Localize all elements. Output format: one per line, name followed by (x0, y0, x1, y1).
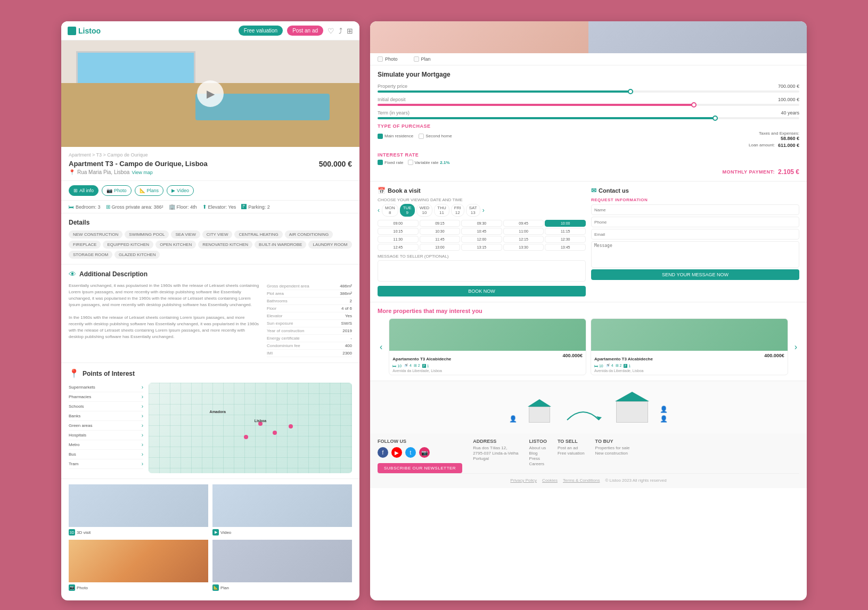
time-1345[interactable]: 13:45 (545, 244, 586, 251)
seller-message-input[interactable] (378, 260, 586, 282)
time-0930[interactable]: 09:30 (461, 220, 502, 227)
poi-metro[interactable]: Metro › (69, 440, 143, 450)
tabs-row: ⊞ All info 📷 Photo 📐 Plans ▶ Video (61, 181, 359, 201)
poi-green-areas[interactable]: Green areas › (69, 421, 143, 431)
prop-card-0[interactable]: Apartamento T3 Alcabideche 400.000€ 🛏 10… (389, 318, 586, 375)
time-1000[interactable]: 10:00 (545, 220, 586, 227)
book-now-button[interactable]: BOOK NOW (378, 286, 586, 296)
time-1045[interactable]: 10:45 (461, 228, 502, 235)
view-map-link[interactable]: View map (132, 170, 152, 175)
media-plan[interactable]: 📐 Plan (212, 540, 352, 591)
term-track[interactable] (378, 117, 799, 119)
poi-schools[interactable]: Schools › (69, 402, 143, 411)
poi-tram[interactable]: Tram › (69, 459, 143, 469)
send-message-button[interactable]: SEND YOUR MESSAGE NOW (591, 269, 799, 280)
tab-plans[interactable]: 📐 Plans (135, 185, 164, 196)
poi-pharmacies[interactable]: Pharmacies › (69, 392, 143, 402)
prop-card-1[interactable]: Apartamento T3 Alcabideche 400.000€ 🛏 10… (591, 318, 788, 375)
media-grid: 3D 3D visit ▶ Video (69, 484, 352, 535)
next-date-arrow[interactable]: › (482, 207, 485, 214)
newsletter-button[interactable]: SUBSCRIBE OUR NEWSLETTER (378, 463, 462, 473)
share-icon[interactable]: ⤴ (339, 27, 342, 35)
photo-text: Photo (77, 586, 88, 590)
date-chip-4[interactable]: FRI12 (451, 204, 464, 217)
time-0900[interactable]: 09:00 (378, 220, 419, 227)
post-ad-button[interactable]: Post an ad (287, 26, 323, 36)
heart-icon[interactable]: ♡ (327, 27, 334, 35)
poi-bus[interactable]: Bus › (69, 450, 143, 459)
tab-video[interactable]: ▶ Video (167, 185, 194, 196)
time-1230[interactable]: 12:30 (545, 236, 586, 243)
contact-name-input[interactable] (591, 204, 799, 215)
calendar-icon: 📅 (378, 187, 386, 194)
time-1145[interactable]: 11:45 (420, 236, 461, 243)
buy-new[interactable]: New construction (595, 451, 630, 456)
poi-banks[interactable]: Banks › (69, 411, 143, 421)
media-photo[interactable]: 📷 Photo (69, 540, 208, 591)
date-chip-3[interactable]: THU11 (434, 204, 449, 217)
media-3d-visit[interactable]: 3D 3D visit (69, 484, 208, 535)
tab-video-label: Video (177, 188, 189, 193)
prop-feat-area: ⊞ 2 (414, 364, 420, 368)
buy-sale[interactable]: Properties for sale (595, 446, 630, 450)
tab-all-info[interactable]: ⊞ All info (69, 185, 99, 196)
poi-hospitals[interactable]: Hospitals › (69, 431, 143, 440)
time-1130[interactable]: 11:30 (378, 236, 419, 243)
tab-photo[interactable]: 📷 Photo (102, 185, 132, 196)
date-chip-5[interactable]: SAT13 (466, 204, 480, 217)
visit-section: 📅 Book a visit CHOOSE YOUR VIEWING DATE … (378, 187, 586, 296)
photo-label-plan[interactable]: Plan (414, 56, 431, 62)
time-1030[interactable]: 10:30 (420, 228, 461, 235)
contact-phone-input[interactable] (591, 217, 799, 227)
term-thumb[interactable] (713, 116, 718, 121)
details-title: Details (69, 219, 352, 226)
twitter-icon[interactable]: t (405, 447, 416, 458)
time-1100[interactable]: 11:00 (503, 228, 544, 235)
time-1200[interactable]: 12:00 (461, 236, 502, 243)
property-price-track[interactable] (378, 90, 799, 93)
fixed-rate-option[interactable]: Fixed rate (378, 160, 404, 165)
sell-post[interactable]: Post an ad (558, 446, 585, 450)
second-home-option[interactable]: Second home (419, 134, 452, 139)
cookies-link[interactable]: Cookies (542, 478, 558, 483)
youtube-icon[interactable]: ▶ (391, 447, 402, 458)
poi-tram-label: Tram (69, 461, 78, 466)
time-1215[interactable]: 12:15 (503, 236, 544, 243)
carousel-next[interactable]: › (792, 340, 799, 354)
time-1115[interactable]: 11:15 (545, 228, 586, 235)
property-price-thumb[interactable] (628, 89, 633, 94)
listoo-press[interactable]: Press (529, 456, 547, 461)
contact-email-input[interactable] (591, 229, 799, 240)
listoo-about[interactable]: About us (529, 446, 547, 450)
date-chip-1[interactable]: TUE9 (400, 204, 415, 217)
time-1300[interactable]: 13:00 (420, 244, 461, 251)
prev-date-arrow[interactable]: ‹ (378, 207, 380, 214)
contact-message-input[interactable] (591, 241, 799, 268)
time-1015[interactable]: 10:15 (378, 228, 419, 235)
instagram-icon[interactable]: 📷 (419, 447, 430, 458)
photo-label-photo[interactable]: Photo (378, 56, 398, 62)
time-1330[interactable]: 13:30 (503, 244, 544, 251)
carousel-prev[interactable]: ‹ (378, 340, 384, 354)
variable-rate-option[interactable]: Variable rate 2.1% (408, 160, 450, 165)
facebook-icon[interactable]: f (378, 447, 388, 458)
time-1245[interactable]: 12:45 (378, 244, 419, 251)
initial-deposit-thumb[interactable] (691, 102, 697, 108)
play-button[interactable]: ▶ (197, 80, 224, 107)
listoo-careers[interactable]: Careers (529, 461, 547, 466)
date-chip-2[interactable]: WED10 (416, 204, 433, 217)
poi-supermarkets[interactable]: Supermarkets › (69, 383, 143, 392)
date-chip-0[interactable]: MON8 (382, 204, 398, 217)
time-0945[interactable]: 09:45 (503, 220, 544, 227)
main-residence-option[interactable]: Main residence (378, 134, 413, 139)
listoo-blog[interactable]: Blog (529, 451, 547, 456)
grid-icon[interactable]: ⊞ (347, 27, 353, 35)
privacy-link[interactable]: Privacy Policy (510, 478, 537, 483)
free-valuation-button[interactable]: Free valuation (239, 26, 283, 36)
terms-link[interactable]: Terms & Conditions (563, 478, 600, 483)
initial-deposit-track[interactable] (378, 104, 799, 106)
sell-valuation[interactable]: Free valuation (558, 451, 585, 456)
time-1315[interactable]: 13:15 (461, 244, 502, 251)
media-video[interactable]: ▶ Video (212, 484, 352, 535)
time-0915[interactable]: 09:15 (420, 220, 461, 227)
